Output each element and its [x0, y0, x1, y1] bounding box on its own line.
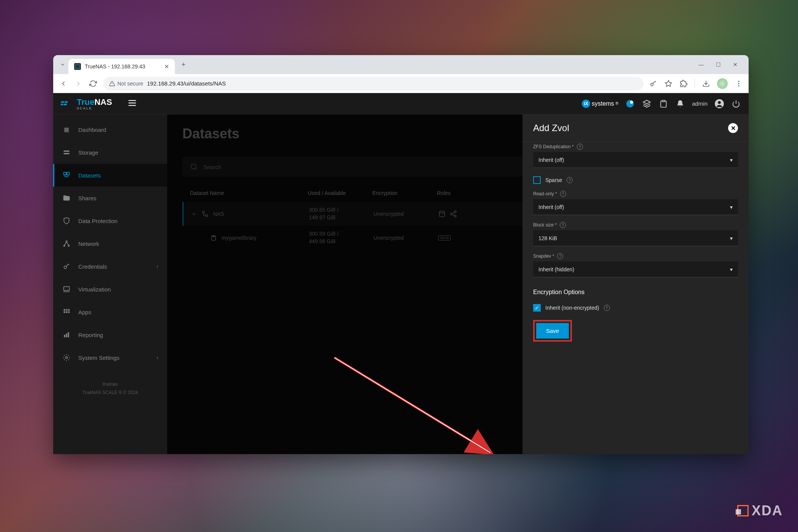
back-button[interactable]: [59, 79, 68, 88]
new-tab-button[interactable]: +: [178, 59, 189, 70]
app-container: TrueNAS SCALE iX systems ® admin: [53, 93, 749, 454]
browser-window: TrueNAS - 192.168.29.43 ✕ + — ☐ ✕ Not se…: [53, 55, 749, 454]
svg-point-36: [64, 266, 66, 269]
layers-icon[interactable]: [642, 99, 652, 109]
svg-rect-12: [61, 104, 63, 105]
help-icon[interactable]: ?: [560, 191, 566, 197]
svg-rect-47: [64, 335, 65, 337]
svg-rect-20: [662, 100, 665, 101]
sidebar-item-apps[interactable]: Apps: [53, 301, 167, 323]
clipboard-icon[interactable]: [659, 99, 668, 109]
sidebar-item-credentials[interactable]: Credentials›: [53, 255, 167, 278]
tab-close-button[interactable]: ✕: [164, 63, 169, 70]
svg-rect-10: [61, 101, 64, 103]
user-avatar-icon[interactable]: [714, 99, 724, 109]
url-text: 192.168.29.43/ui/datasets/NAS: [147, 80, 226, 87]
svg-rect-11: [64, 101, 68, 103]
sidebar-item-dashboard[interactable]: ▦Dashboard: [53, 118, 167, 141]
readonly-label: Read-only *?: [533, 191, 738, 197]
downloads-icon[interactable]: [702, 79, 710, 88]
password-key-icon[interactable]: [649, 79, 657, 88]
sidebar-item-storage[interactable]: Storage: [53, 141, 167, 164]
sparse-label: Sparse: [545, 177, 562, 183]
apps-icon: [62, 308, 71, 316]
ix-label: systems: [592, 100, 614, 107]
favicon-icon: [74, 63, 81, 70]
logo-text-scale: SCALE: [77, 106, 112, 110]
dedup-label: ZFS Deduplication *?: [533, 144, 738, 150]
svg-rect-49: [68, 332, 69, 337]
sidebar-item-shares[interactable]: Shares: [53, 187, 167, 209]
svg-point-31: [66, 241, 67, 242]
help-icon[interactable]: ?: [567, 177, 573, 183]
chevron-right-icon: ›: [157, 355, 158, 360]
svg-rect-39: [64, 287, 70, 290]
help-icon[interactable]: ?: [577, 144, 583, 150]
panel-close-button[interactable]: ✕: [728, 123, 738, 133]
dashboard-icon: ▦: [62, 125, 71, 134]
key-icon: [62, 262, 71, 271]
snapdev-select[interactable]: Inherit (hidden)▾: [533, 261, 738, 277]
url-box[interactable]: Not secure 192.168.29.43/ui/datasets/NAS: [103, 77, 643, 90]
svg-point-2: [651, 83, 653, 86]
hamburger-menu-button[interactable]: [127, 98, 137, 109]
ixsystems-logo[interactable]: iX systems ®: [582, 99, 618, 109]
bell-icon[interactable]: [675, 99, 685, 109]
power-icon[interactable]: [731, 99, 741, 109]
xda-icon: [737, 505, 749, 516]
sidebar-item-data-protection[interactable]: Data Protection: [53, 209, 167, 232]
dedup-select[interactable]: Inherit (off)▾: [533, 152, 738, 168]
svg-line-4: [655, 81, 656, 82]
svg-rect-13: [63, 104, 67, 105]
chart-icon: [62, 331, 71, 339]
sidebar-item-datasets[interactable]: Datasets: [53, 164, 167, 187]
sidebar-item-reporting[interactable]: Reporting: [53, 323, 167, 346]
divider: [695, 79, 695, 88]
svg-point-17: [626, 100, 634, 108]
svg-point-32: [64, 245, 65, 246]
help-icon[interactable]: ?: [604, 305, 610, 311]
security-label: Not secure: [117, 81, 143, 87]
sidebar-item-virtualization[interactable]: Virtualization: [53, 278, 167, 301]
close-window-button[interactable]: ✕: [732, 61, 739, 68]
svg-line-38: [68, 264, 69, 265]
profile-avatar[interactable]: [717, 78, 728, 89]
sidebar-item-system-settings[interactable]: System Settings›: [53, 346, 167, 369]
address-bar: Not secure 192.168.29.43/ui/datasets/NAS: [53, 74, 749, 93]
forward-button[interactable]: [74, 79, 83, 88]
tab-search-dropdown[interactable]: [57, 59, 68, 70]
logo-text-true: True: [77, 97, 94, 107]
truenas-logo[interactable]: TrueNAS SCALE: [61, 97, 112, 110]
readonly-select[interactable]: Inherit (off)▾: [533, 199, 738, 215]
bookmark-star-icon[interactable]: [664, 79, 673, 88]
help-icon[interactable]: ?: [557, 253, 563, 259]
maximize-button[interactable]: ☐: [714, 61, 722, 68]
save-button[interactable]: Save: [536, 323, 569, 339]
help-icon[interactable]: ?: [560, 222, 566, 228]
svg-marker-5: [665, 80, 672, 86]
svg-rect-43: [68, 309, 70, 311]
status-icon[interactable]: [625, 99, 635, 109]
browser-tab[interactable]: TrueNAS - 192.168.29.43 ✕: [68, 59, 175, 74]
gear-icon: [62, 353, 71, 362]
logo-text-nas: NAS: [94, 97, 112, 107]
inherit-encryption-checkbox[interactable]: ✓: [533, 304, 541, 312]
extensions-icon[interactable]: [679, 79, 688, 88]
minimize-button[interactable]: —: [697, 61, 705, 68]
sparse-checkbox[interactable]: [533, 176, 541, 184]
svg-rect-48: [66, 334, 67, 337]
svg-point-9: [738, 85, 739, 86]
menu-dots-icon[interactable]: [735, 79, 743, 88]
network-icon: [62, 239, 71, 248]
svg-rect-44: [64, 311, 65, 313]
sidebar-item-network[interactable]: Network: [53, 232, 167, 255]
sidebar: ▦Dashboard Storage Datasets Shares Data …: [53, 114, 167, 454]
laptop-icon: [62, 285, 71, 293]
blocksize-select[interactable]: 128 KiB▾: [533, 230, 738, 246]
storage-icon: [62, 148, 71, 157]
security-badge[interactable]: Not secure: [109, 81, 143, 87]
svg-rect-42: [66, 309, 67, 311]
svg-point-22: [718, 101, 721, 104]
encryption-section-title: Encryption Options: [533, 289, 738, 296]
reload-button[interactable]: [89, 79, 98, 88]
